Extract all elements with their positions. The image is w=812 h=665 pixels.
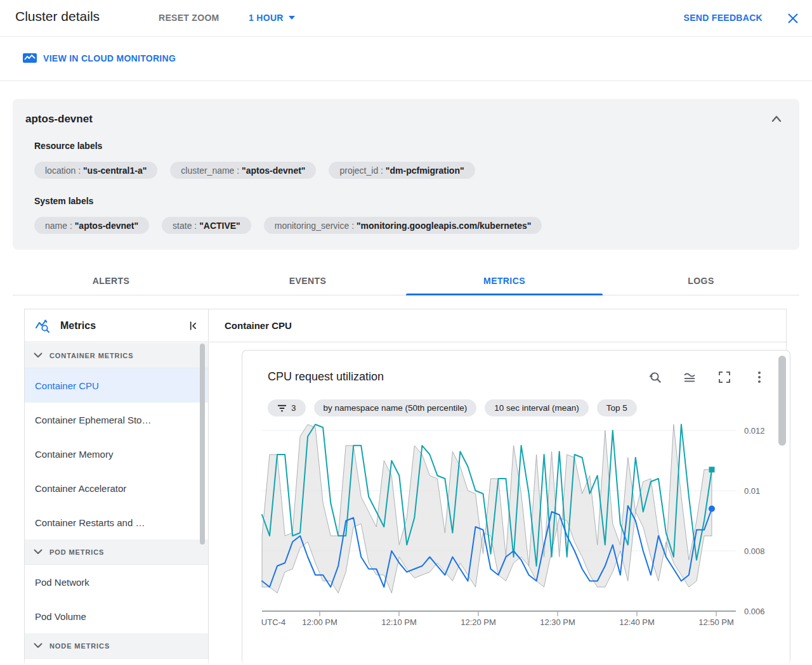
monitoring-chart-icon	[23, 53, 37, 63]
reset-zoom-button[interactable]: RESET ZOOM	[159, 13, 219, 23]
section-label: CONTAINER METRICS	[49, 352, 133, 359]
label-separator: :	[349, 221, 357, 231]
section-label: POD METRICS	[49, 548, 104, 556]
label-key: project_id	[339, 165, 378, 176]
monitoring-link-row: VIEW IN CLOUD MONITORING	[0, 37, 812, 81]
cpu-chart-svg[interactable]: 0.0060.0080.010.01212:00 PM12:10 PM12:20…	[242, 417, 791, 635]
label-value: "ACTIVE"	[199, 221, 240, 231]
close-icon[interactable]	[785, 11, 801, 26]
content-scrollbar-thumb[interactable]	[778, 356, 786, 446]
filter-count-chip[interactable]: 3	[268, 399, 306, 416]
svg-text:12:00 PM: 12:00 PM	[302, 617, 337, 627]
tab-alerts[interactable]: ALERTS	[13, 266, 209, 295]
chart-card: CPU request utilization	[242, 350, 790, 665]
sidebar-item-container-accelerator[interactable]: Container Accelerator	[25, 471, 208, 505]
cluster-summary-card: aptos-devnet Resource labels location : …	[13, 99, 799, 250]
svg-text:12:50 PM: 12:50 PM	[698, 617, 734, 627]
fullscreen-icon[interactable]	[717, 370, 732, 385]
label-value: "us-central1-a"	[83, 165, 147, 176]
label-value: "aptos-devnet"	[75, 221, 138, 231]
sidebar-scrollbar-thumb[interactable]	[200, 344, 205, 545]
metric-panel-title: Container CPU	[225, 320, 292, 331]
chevron-down-icon	[34, 643, 43, 649]
time-range-label: 1 HOUR	[249, 13, 284, 23]
cluster-name: aptos-devnet	[25, 113, 93, 126]
chevron-down-icon	[34, 352, 43, 358]
svg-text:0.006: 0.006	[744, 607, 765, 616]
label-chip-project-id: project_id : "dm-pcfmigration"	[329, 162, 475, 179]
chevron-down-icon	[289, 16, 295, 20]
sidebar-header: Metrics	[25, 309, 208, 342]
label-key: location	[45, 165, 75, 176]
label-chip-cluster-name: cluster_name : "aptos-devnet"	[170, 162, 316, 179]
filter-count: 3	[291, 403, 296, 413]
sidebar-title: Metrics	[60, 320, 178, 332]
tab-bar: ALERTS EVENTS METRICS LOGS	[13, 266, 799, 295]
svg-text:12:30 PM: 12:30 PM	[540, 617, 575, 627]
sidebar-item-container-ephemeral-storage[interactable]: Container Ephemeral Sto…	[25, 403, 208, 437]
label-key: state	[173, 221, 192, 231]
label-chip-location: location : "us-central1-a"	[34, 162, 157, 179]
label-chip-state: state : "ACTIVE"	[162, 217, 251, 234]
label-separator: :	[192, 221, 199, 231]
sidebar-item-pod-network[interactable]: Pod Network	[25, 565, 208, 599]
label-value: "monitoring.googleapis.com/kubernetes"	[357, 221, 531, 231]
label-separator: :	[234, 165, 242, 176]
page-title: Cluster details	[15, 9, 100, 24]
svg-text:UTC-4: UTC-4	[261, 617, 285, 627]
section-node-metrics[interactable]: NODE METRICS	[25, 633, 208, 659]
label-value: "aptos-devnet"	[242, 165, 305, 176]
resource-labels-row: location : "us-central1-a" cluster_name …	[34, 162, 475, 179]
label-separator: :	[75, 165, 83, 176]
sidebar-item-pod-volume[interactable]: Pod Volume	[25, 599, 208, 633]
dialog-header: Cluster details RESET ZOOM 1 HOUR SEND F…	[0, 0, 812, 37]
top5-chip[interactable]: Top 5	[597, 399, 637, 416]
svg-text:12:40 PM: 12:40 PM	[619, 617, 655, 627]
metrics-explorer-icon	[35, 318, 51, 333]
svg-text:0.008: 0.008	[744, 546, 765, 556]
chart-title: CPU request utilization	[268, 370, 384, 384]
zoom-reset-icon[interactable]	[647, 370, 662, 385]
svg-text:12:20 PM: 12:20 PM	[461, 617, 496, 627]
chart-filter-chips: 3 by namespace name (50th percentile) 10…	[268, 399, 637, 416]
system-labels-row: name : "aptos-devnet" state : "ACTIVE" m…	[34, 217, 542, 234]
section-pod-metrics[interactable]: POD METRICS	[25, 539, 208, 565]
metric-main-panel: Container CPU CPU request utilization	[209, 309, 787, 665]
view-in-cloud-monitoring-link[interactable]: VIEW IN CLOUD MONITORING	[23, 53, 176, 63]
svg-text:0.01: 0.01	[744, 486, 760, 496]
label-key: monitoring_service	[275, 221, 350, 231]
resource-labels-title: Resource labels	[34, 141, 102, 151]
label-value: "dm-pcfmigration"	[386, 165, 464, 176]
filter-icon	[277, 404, 287, 413]
chevron-down-icon	[34, 549, 43, 555]
label-key: cluster_name	[181, 165, 234, 176]
sidebar-item-container-restarts[interactable]: Container Restarts and …	[25, 505, 208, 539]
collapse-panel-icon[interactable]	[187, 320, 199, 332]
label-chip-name: name : "aptos-devnet"	[34, 217, 149, 234]
label-key: name	[45, 221, 67, 231]
interval-chip[interactable]: 10 sec interval (mean)	[485, 399, 589, 416]
time-range-dropdown[interactable]: 1 HOUR	[249, 13, 295, 23]
send-feedback-button[interactable]: SEND FEEDBACK	[684, 13, 763, 23]
tab-logs[interactable]: LOGS	[603, 266, 799, 295]
monitoring-link-label: VIEW IN CLOUD MONITORING	[43, 53, 176, 63]
collapse-chevron-up-icon[interactable]	[769, 112, 784, 127]
kebab-menu-icon[interactable]	[752, 370, 767, 385]
tab-metrics[interactable]: METRICS	[406, 266, 603, 295]
label-chip-monitoring-service: monitoring_service : "monitoring.googlea…	[264, 217, 542, 234]
sidebar-list: CONTAINER METRICS Container CPU Containe…	[25, 343, 208, 659]
tab-events[interactable]: EVENTS	[209, 266, 406, 295]
label-separator: :	[67, 221, 75, 231]
svg-text:0.012: 0.012	[744, 426, 765, 436]
chart-toolbar	[647, 370, 767, 385]
section-container-metrics[interactable]: CONTAINER METRICS	[25, 343, 208, 368]
statistics-overlay-icon[interactable]	[682, 370, 697, 385]
system-labels-title: System labels	[34, 196, 93, 206]
label-separator: :	[378, 165, 386, 176]
sidebar-item-container-memory[interactable]: Container Memory	[25, 437, 208, 471]
groupby-chip[interactable]: by namespace name (50th percentile)	[314, 399, 477, 416]
metrics-tab-content: Metrics CONTAINER METRICS Container CPU …	[24, 309, 787, 665]
sidebar-item-container-cpu[interactable]: Container CPU	[25, 368, 208, 403]
section-label: NODE METRICS	[49, 642, 110, 650]
svg-text:12:10 PM: 12:10 PM	[381, 617, 417, 627]
